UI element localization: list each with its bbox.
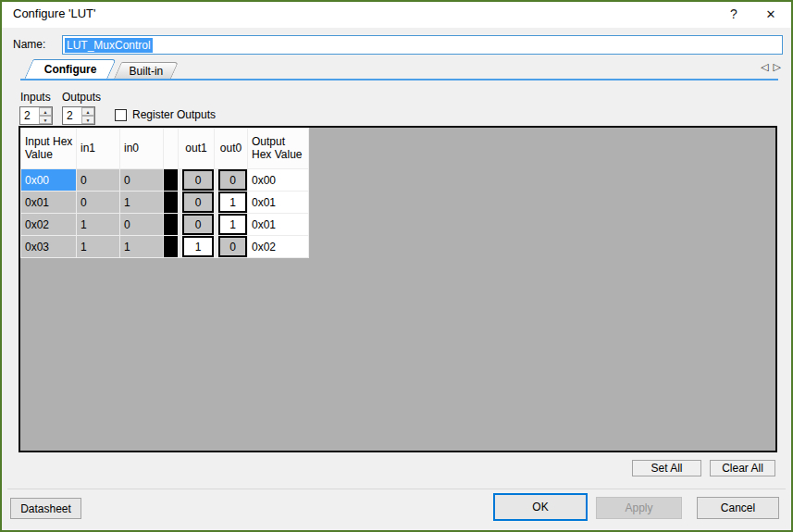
cancel-button[interactable]: Cancel xyxy=(697,497,779,519)
outputs-spinner-up-button[interactable]: ▲ xyxy=(81,107,94,116)
outputs-spinner-value[interactable]: 2 xyxy=(63,107,81,124)
outputs-spinner[interactable]: 2 ▲ ▼ xyxy=(62,106,95,125)
in0-cell: 1 xyxy=(120,192,163,213)
apply-label: Apply xyxy=(625,501,652,514)
in0-cell: 0 xyxy=(120,169,163,191)
spinner-down-icon: ▼ xyxy=(86,118,91,123)
output-hex-cell: 0x00 xyxy=(248,169,308,191)
tab-strip-underline xyxy=(20,79,778,80)
col-header-out0: out0 xyxy=(215,129,247,168)
out1-toggle-button[interactable]: 1 xyxy=(182,236,214,257)
table-row: 0x03 1 1 1 0 0x02 xyxy=(21,236,308,257)
name-input-selected-text: LUT_MuxControl xyxy=(65,38,153,53)
ok-label: OK xyxy=(532,501,548,513)
col-header-input-hex: Input Hex Value xyxy=(21,129,76,168)
output-hex-cell: 0x02 xyxy=(248,236,308,257)
truth-table: Input Hex Value in1 in0 out1 out0 Output… xyxy=(20,128,309,258)
clear-all-label: Clear All xyxy=(722,462,763,475)
inputs-spinner-value[interactable]: 2 xyxy=(20,107,39,124)
tab-built-in[interactable]: Built-in xyxy=(114,62,179,79)
col-header-output-hex: Output Hex Value xyxy=(248,129,308,168)
tab-scroll-left-icon[interactable]: ◁ xyxy=(761,61,768,76)
out0-toggle-button[interactable]: 0 xyxy=(218,236,247,257)
truth-table-body: 0x00 0 0 0 0 0x00 0x01 0 1 0 1 0x01 0x02 xyxy=(21,169,308,257)
out1-cell: 0 xyxy=(179,214,214,235)
inputs-spinner[interactable]: 2 ▲ ▼ xyxy=(19,106,53,125)
in0-cell: 1 xyxy=(120,236,163,257)
tab-scroll-arrows: ◁ ▷ xyxy=(750,61,781,76)
cancel-label: Cancel xyxy=(721,501,755,514)
inputs-spinner-up-button[interactable]: ▲ xyxy=(39,107,52,116)
separator-cell xyxy=(164,169,178,191)
out1-cell: 0 xyxy=(179,169,214,191)
out0-cell: 1 xyxy=(215,192,247,213)
separator-cell xyxy=(164,214,178,235)
help-icon: ? xyxy=(730,6,737,21)
close-icon: ✕ xyxy=(766,7,776,21)
out0-cell: 0 xyxy=(215,169,247,191)
in1-cell: 1 xyxy=(77,236,119,257)
separator-cell xyxy=(164,192,178,213)
out1-toggle-button[interactable]: 0 xyxy=(182,192,214,213)
truth-table-canvas: Input Hex Value in1 in0 out1 out0 Output… xyxy=(19,126,777,452)
datasheet-button[interactable]: Datasheet xyxy=(10,498,81,519)
input-hex-cell[interactable]: 0x03 xyxy=(21,236,76,257)
name-label: Name: xyxy=(13,38,45,51)
ok-button[interactable]: OK xyxy=(493,493,588,521)
spinner-up-icon: ▲ xyxy=(43,109,48,115)
tab-built-in-label: Built-in xyxy=(129,65,163,78)
col-header-in1: in1 xyxy=(77,129,119,168)
in1-cell: 0 xyxy=(77,169,119,191)
datasheet-label: Datasheet xyxy=(20,502,71,515)
out1-cell: 1 xyxy=(179,236,214,257)
col-header-out1: out1 xyxy=(179,129,214,168)
footer-separator xyxy=(7,489,786,489)
set-all-button[interactable]: Set All xyxy=(632,460,701,476)
spinner-up-icon: ▲ xyxy=(86,109,91,115)
out0-toggle-button[interactable]: 1 xyxy=(218,214,247,235)
table-row: 0x02 1 0 0 1 0x01 xyxy=(21,214,308,235)
in1-cell: 1 xyxy=(77,214,119,235)
tab-scroll-right-icon[interactable]: ▷ xyxy=(774,61,781,76)
tab-configure-label: Configure xyxy=(43,63,96,76)
in0-cell: 0 xyxy=(120,214,163,235)
input-hex-cell[interactable]: 0x02 xyxy=(21,214,76,235)
clear-all-button[interactable]: Clear All xyxy=(710,460,775,476)
table-row: 0x00 0 0 0 0 0x00 xyxy=(21,169,308,191)
output-hex-cell: 0x01 xyxy=(248,214,308,235)
outputs-label: Outputs xyxy=(62,91,101,104)
out1-cell: 0 xyxy=(179,192,214,213)
window-title: Configure 'LUT' xyxy=(13,0,96,28)
set-all-label: Set All xyxy=(651,462,682,475)
table-row: 0x01 0 1 0 1 0x01 xyxy=(21,192,308,213)
out1-toggle-button[interactable]: 0 xyxy=(182,214,214,235)
spinner-down-icon: ▼ xyxy=(43,118,48,123)
register-outputs-checkbox[interactable] xyxy=(115,109,127,121)
close-button[interactable]: ✕ xyxy=(753,0,788,28)
title-bar: Configure 'LUT' ? ✕ xyxy=(0,0,793,28)
out0-cell: 0 xyxy=(215,236,247,257)
outputs-spinner-down-button[interactable]: ▼ xyxy=(81,116,94,124)
out0-toggle-button[interactable]: 0 xyxy=(218,169,247,191)
col-header-in0: in0 xyxy=(120,129,163,168)
out1-toggle-button[interactable]: 0 xyxy=(182,169,214,191)
input-hex-cell[interactable]: 0x01 xyxy=(21,192,76,213)
help-button[interactable]: ? xyxy=(716,0,751,28)
inputs-label: Inputs xyxy=(20,91,51,104)
truth-table-header-row: Input Hex Value in1 in0 out1 out0 Output… xyxy=(21,129,308,168)
apply-button[interactable]: Apply xyxy=(596,497,682,519)
input-hex-cell[interactable]: 0x00 xyxy=(21,169,76,191)
out0-cell: 1 xyxy=(215,214,247,235)
configure-lut-dialog: Configure 'LUT' ? ✕ Name: LUT_MuxControl… xyxy=(0,0,793,532)
tab-configure[interactable]: Configure xyxy=(24,59,116,79)
register-outputs-label: Register Outputs xyxy=(132,108,216,121)
out0-toggle-button[interactable]: 1 xyxy=(218,192,247,213)
separator-cell xyxy=(164,236,178,257)
inputs-spinner-down-button[interactable]: ▼ xyxy=(39,116,52,124)
in1-cell: 0 xyxy=(77,192,119,213)
col-header-separator xyxy=(164,129,178,168)
name-input[interactable]: LUT_MuxControl xyxy=(62,35,783,55)
output-hex-cell: 0x01 xyxy=(248,192,308,213)
